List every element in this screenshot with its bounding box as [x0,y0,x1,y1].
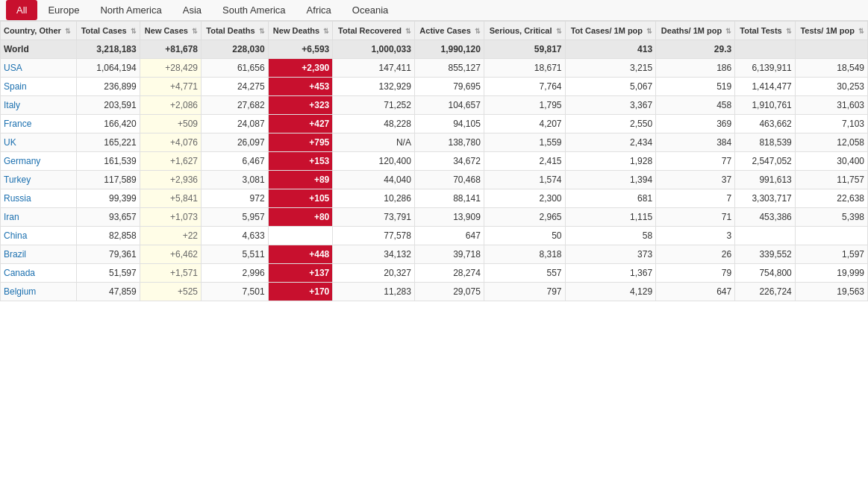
country-link[interactable]: Russia [4,193,31,204]
tab-all[interactable]: All [6,0,37,20]
country-link[interactable]: Spain [4,81,27,92]
country-link[interactable]: Belgium [4,286,36,297]
cell-total_tests: 754,800 [735,264,796,283]
cell-total_deaths: 2,996 [202,264,269,283]
tab-asia[interactable]: Asia [172,0,212,20]
table-body: World3,218,183+81,678228,030+6,5931,000,… [1,40,868,301]
sort-icon: ⇅ [556,28,562,35]
cell-new_deaths: +453 [268,78,333,96]
cell-total_deaths: 3,081 [202,171,269,189]
cell-new_cases: +28,429 [140,59,201,78]
col-header-active_cases[interactable]: Active Cases ⇅ [414,22,484,40]
cell-active_cases: 13,909 [414,208,484,227]
cell-country[interactable]: UK [1,133,77,152]
cell-active_cases: 88,141 [414,189,484,208]
cell-country[interactable]: Russia [1,189,77,208]
tab-europe[interactable]: Europe [37,0,90,20]
cell-deaths_1m: 384 [656,133,735,152]
col-header-total_tests[interactable]: Total Tests ⇅ [735,22,796,40]
cell-country[interactable]: Belgium [1,283,77,301]
cell-new_deaths: +2,390 [268,59,333,78]
cell-country: World [1,40,77,59]
cell-tot_cases_1m: 373 [565,245,656,264]
cell-deaths_1m: 79 [656,264,735,283]
sort-icon: ⇅ [323,28,329,35]
cell-total_recovered: 11,283 [333,283,415,301]
cell-total_tests [735,40,796,59]
cell-country[interactable]: Spain [1,78,77,96]
cell-total_deaths: 61,656 [202,59,269,78]
header-row: Country, Other ⇅Total Cases ⇅New Cases ⇅… [1,22,868,40]
cell-total_cases: 203,591 [76,96,140,115]
cell-active_cases: 94,105 [414,115,484,133]
table-row: Turkey117,589+2,9363,081+8944,04070,4681… [1,171,868,189]
col-header-new_deaths[interactable]: New Deaths ⇅ [268,22,333,40]
cell-new_cases: +1,627 [140,152,201,171]
country-link[interactable]: Iran [4,212,19,222]
cell-country[interactable]: Canada [1,264,77,283]
country-link[interactable]: Italy [4,100,20,110]
col-header-deaths_1m[interactable]: Deaths/ 1M pop ⇅ [656,22,735,40]
cell-country[interactable]: Brazil [1,245,77,264]
table-row: World3,218,183+81,678228,030+6,5931,000,… [1,40,868,59]
cell-tot_cases_1m: 2,550 [565,115,656,133]
table-row: UK165,221+4,07626,097+795N/A138,7801,559… [1,133,868,152]
table-row: Russia99,399+5,841972+10510,28688,1412,3… [1,189,868,208]
sort-icon: ⇅ [131,28,137,35]
country-link[interactable]: Turkey [4,175,31,185]
cell-country[interactable]: Turkey [1,171,77,189]
col-header-new_cases[interactable]: New Cases ⇅ [140,22,201,40]
cell-tot_cases_1m: 1,115 [565,208,656,227]
cell-tot_cases_1m: 1,394 [565,171,656,189]
cell-total_cases: 236,899 [76,78,140,96]
cell-total_recovered: 34,132 [333,245,415,264]
cell-country[interactable]: France [1,115,77,133]
country-link[interactable]: USA [4,63,22,73]
cell-total_cases: 79,361 [76,245,140,264]
country-link[interactable]: France [4,119,31,129]
tab-south-america[interactable]: South America [212,0,296,20]
country-link[interactable]: Germany [4,156,40,166]
tab-north-america[interactable]: North America [90,0,172,20]
cell-tot_cases_1m: 3,367 [565,96,656,115]
col-header-tests_1m[interactable]: Tests/ 1M pop ⇅ [795,22,867,40]
cell-deaths_1m: 369 [656,115,735,133]
cell-country[interactable]: Italy [1,96,77,115]
cell-total_recovered: 73,791 [333,208,415,227]
cell-country[interactable]: Iran [1,208,77,227]
cell-serious_critical: 1,574 [484,171,565,189]
country-link[interactable]: Canada [4,268,35,278]
cell-country[interactable]: Germany [1,152,77,171]
table-header: Country, Other ⇅Total Cases ⇅New Cases ⇅… [1,22,868,40]
col-header-tot_cases_1m[interactable]: Tot Cases/ 1M pop ⇅ [565,22,656,40]
tab-africa[interactable]: Africa [296,0,342,20]
cell-country[interactable]: China [1,227,77,245]
cell-total_tests: 818,539 [735,133,796,152]
country-link[interactable]: Brazil [4,249,26,260]
cell-total_cases: 99,399 [76,189,140,208]
country-link[interactable]: UK [4,137,16,148]
col-header-country[interactable]: Country, Other ⇅ [1,22,77,40]
cell-serious_critical: 8,318 [484,245,565,264]
cell-deaths_1m: 77 [656,152,735,171]
tab-oceania[interactable]: Oceania [342,0,399,20]
col-header-total_cases[interactable]: Total Cases ⇅ [76,22,140,40]
cell-total_cases: 161,539 [76,152,140,171]
cell-country[interactable]: USA [1,59,77,78]
col-header-total_deaths[interactable]: Total Deaths ⇅ [202,22,269,40]
table-row: Germany161,539+1,6276,467+153120,40034,6… [1,152,868,171]
col-header-serious_critical[interactable]: Serious, Critical ⇅ [484,22,565,40]
cell-total_tests: 991,613 [735,171,796,189]
cell-tot_cases_1m: 1,928 [565,152,656,171]
table-row: France166,420+50924,087+42748,22894,1054… [1,115,868,133]
cell-total_deaths: 972 [202,189,269,208]
cell-new_cases: +509 [140,115,201,133]
cell-new_deaths: +427 [268,115,333,133]
cell-total_tests: 226,724 [735,283,796,301]
cell-serious_critical: 2,415 [484,152,565,171]
cell-total_recovered: N/A [333,133,415,152]
country-link[interactable]: China [4,230,27,241]
cell-total_cases: 82,858 [76,227,140,245]
cell-serious_critical: 50 [484,227,565,245]
col-header-total_recovered[interactable]: Total Recovered ⇅ [333,22,415,40]
